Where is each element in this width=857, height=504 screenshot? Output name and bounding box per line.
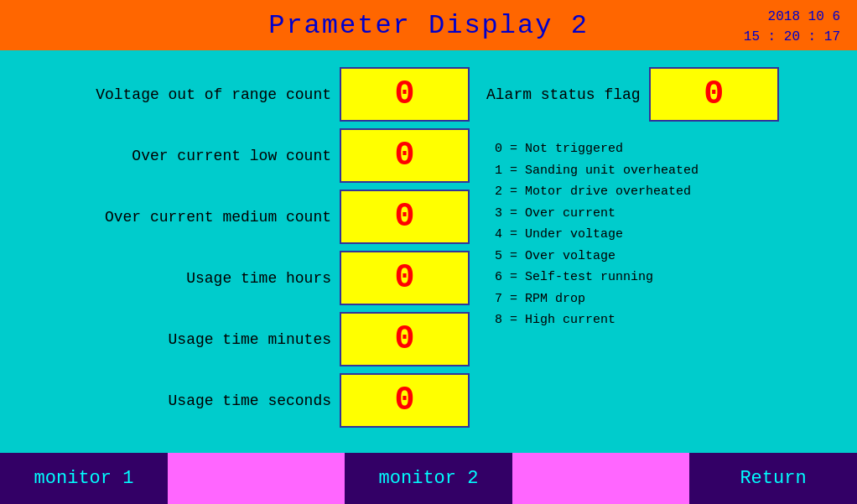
param-label-4: Usage time minutes — [169, 331, 331, 348]
footer-spacer-right — [512, 453, 689, 504]
param-value-5: 0 — [340, 373, 470, 428]
alarm-desc-6: 6 = Self-test running — [495, 267, 840, 288]
alarm-descriptions: 0 = Not triggered1 = Sanding unit overhe… — [486, 138, 840, 331]
param-row-3: Usage time hours0 — [17, 251, 470, 305]
monitor2-button[interactable]: monitor 2 — [345, 453, 512, 504]
alarm-desc-3: 3 = Over current — [495, 203, 840, 225]
param-label-0: Voltage out of range count — [96, 86, 331, 103]
footer-spacer-left — [168, 453, 345, 504]
param-value-0: 0 — [340, 67, 470, 122]
time-display: 15 : 20 : 17 — [744, 29, 840, 44]
param-row-5: Usage time seconds0 — [17, 373, 470, 428]
param-row-1: Over current low count0 — [17, 128, 470, 183]
alarm-desc-4: 4 = Under voltage — [495, 224, 840, 246]
alarm-label: Alarm status flag — [486, 86, 641, 103]
alarm-value: 0 — [649, 67, 779, 122]
left-panel: Voltage out of range count0Over current … — [17, 59, 470, 444]
param-row-4: Usage time minutes0 — [17, 312, 470, 366]
right-panel: Alarm status flag 0 0 = Not triggered1 =… — [470, 59, 840, 444]
param-label-1: Over current low count — [132, 148, 331, 164]
param-label-3: Usage time hours — [186, 270, 331, 287]
param-value-2: 0 — [340, 190, 470, 244]
footer: monitor 1 monitor 2 Return — [0, 453, 857, 504]
date-display: 2018 10 6 — [768, 9, 840, 24]
alarm-desc-7: 7 = RPM drop — [495, 288, 840, 310]
header: Prameter Display 2 2018 10 6 15 : 20 : 1… — [0, 0, 857, 50]
param-row-0: Voltage out of range count0 — [17, 67, 470, 122]
alarm-desc-8: 8 = High current — [495, 309, 840, 331]
alarm-desc-5: 5 = Over voltage — [495, 246, 840, 268]
alarm-row: Alarm status flag 0 — [486, 67, 840, 122]
param-value-3: 0 — [340, 251, 470, 305]
page-title: Prameter Display 2 — [268, 10, 589, 41]
param-value-4: 0 — [340, 312, 470, 366]
alarm-desc-1: 1 = Sanding unit overheated — [495, 160, 840, 182]
alarm-desc-0: 0 = Not triggered — [495, 138, 840, 160]
param-label-5: Usage time seconds — [169, 392, 331, 409]
alarm-desc-2: 2 = Motor drive overheated — [495, 181, 840, 203]
param-label-2: Over current medium count — [105, 209, 331, 226]
monitor1-button[interactable]: monitor 1 — [0, 453, 168, 504]
main-content: Voltage out of range count0Over current … — [0, 50, 857, 453]
param-row-2: Over current medium count0 — [17, 190, 470, 244]
return-button[interactable]: Return — [689, 453, 857, 504]
header-datetime: 2018 10 6 15 : 20 : 17 — [744, 7, 840, 47]
param-value-1: 0 — [340, 128, 470, 183]
